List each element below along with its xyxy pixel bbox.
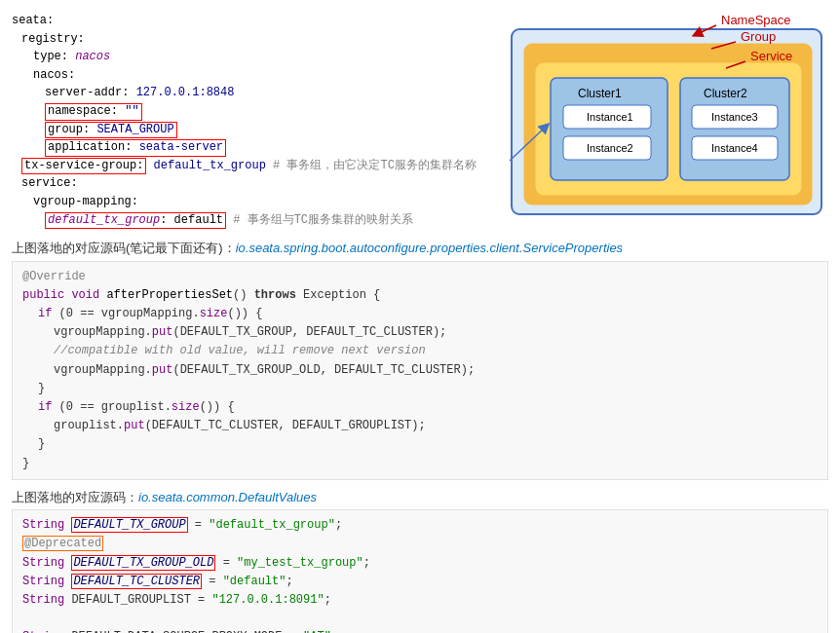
yaml-line-3: type: nacos	[12, 48, 497, 66]
caption-2-source: io.seata.common.DefaultValues	[138, 490, 317, 504]
caption-2-prefix: 上图落地的对应源码：	[12, 490, 138, 504]
yaml-line-10: service:	[12, 174, 497, 193]
code-block-1: @Override public void afterPropertiesSet…	[12, 261, 828, 480]
code1-line-7: grouplist.put(DEFAULT_TC_CLUSTER, DEFAUL…	[22, 417, 818, 435]
code1-line-5: }	[22, 380, 818, 398]
yaml-line-2: registry:	[12, 30, 497, 49]
code1-line-3: vgroupMapping.put(DEFAULT_TX_GROUP, DEFA…	[22, 323, 818, 342]
top-section: seata: registry: type: nacos nacos: serv…	[12, 10, 828, 229]
yaml-line-9: tx-service-group: default_tx_group # 事务组…	[12, 157, 497, 175]
caption-2: 上图落地的对应源码：io.seata.common.DefaultValues	[12, 488, 828, 507]
yaml-line-12: default_tx_group: default # 事务组与TC服务集群的映…	[12, 211, 497, 230]
svg-text:Group: Group	[741, 29, 776, 44]
code1-line-9: }	[22, 455, 818, 473]
code2-line-3: String DEFAULT_TX_GROUP_OLD = "my_test_t…	[22, 554, 818, 573]
yaml-line-4: nacos:	[12, 66, 497, 85]
code1-comment: //compatible with old value, will remove…	[22, 342, 818, 360]
yaml-line-11: vgroup-mapping:	[12, 193, 497, 211]
code2-line-2: @Deprecated	[22, 535, 818, 553]
code1-line-1: public void afterPropertiesSet() throws …	[22, 286, 818, 305]
namespace-label: NameSpace	[721, 13, 791, 27]
caption-1: 上图落地的对应源码(笔记最下面还有)：io.seata.spring.boot.…	[12, 239, 828, 258]
code1-annotation: @Override	[22, 268, 818, 286]
svg-text:Instance4: Instance4	[711, 142, 758, 154]
diagram-container: NameSpace Group Service Cluster1 Instanc…	[507, 10, 828, 224]
yaml-line-1: seata:	[12, 12, 497, 30]
architecture-diagram: NameSpace Group Service Cluster1 Instanc…	[507, 10, 828, 224]
svg-text:Instance1: Instance1	[587, 111, 633, 123]
svg-text:Cluster2: Cluster2	[704, 87, 747, 100]
code1-line-6: if (0 == grouplist.size()) {	[22, 398, 818, 417]
code2-line-5: String DEFAULT_GROUPLIST = "127.0.0.1:80…	[22, 591, 818, 610]
svg-text:Service: Service	[750, 49, 792, 63]
svg-text:Cluster1: Cluster1	[578, 87, 622, 100]
caption-1-prefix: 上图落地的对应源码(笔记最下面还有)：	[12, 241, 236, 255]
yaml-line-6: namespace: ""	[12, 102, 497, 121]
yaml-block: seata: registry: type: nacos nacos: serv…	[12, 10, 497, 229]
code2-line-7: String DEFAULT_DATA_SOURCE_PROXY_MODE = …	[22, 628, 818, 633]
code2-line-1: String DEFAULT_TX_GROUP = "default_tx_gr…	[22, 516, 818, 535]
code2-line-4: String DEFAULT_TC_CLUSTER = "default";	[22, 573, 818, 591]
code1-line-8: }	[22, 435, 818, 454]
code2-line-6	[22, 610, 818, 628]
yaml-line-8: application: seata-server	[12, 138, 497, 157]
code-block-2: String DEFAULT_TX_GROUP = "default_tx_gr…	[12, 509, 828, 633]
yaml-line-5: server-addr: 127.0.0.1:8848	[12, 84, 497, 102]
page-container: seata: registry: type: nacos nacos: serv…	[0, 0, 840, 633]
svg-text:Instance3: Instance3	[711, 111, 758, 123]
yaml-line-7: group: SEATA_GROUP	[12, 121, 497, 139]
code1-line-2: if (0 == vgroupMapping.size()) {	[22, 305, 818, 323]
caption-1-source: io.seata.spring.boot.autoconfigure.prope…	[236, 241, 623, 255]
svg-text:Instance2: Instance2	[587, 142, 633, 154]
code1-line-4: vgroupMapping.put(DEFAULT_TX_GROUP_OLD, …	[22, 361, 818, 380]
